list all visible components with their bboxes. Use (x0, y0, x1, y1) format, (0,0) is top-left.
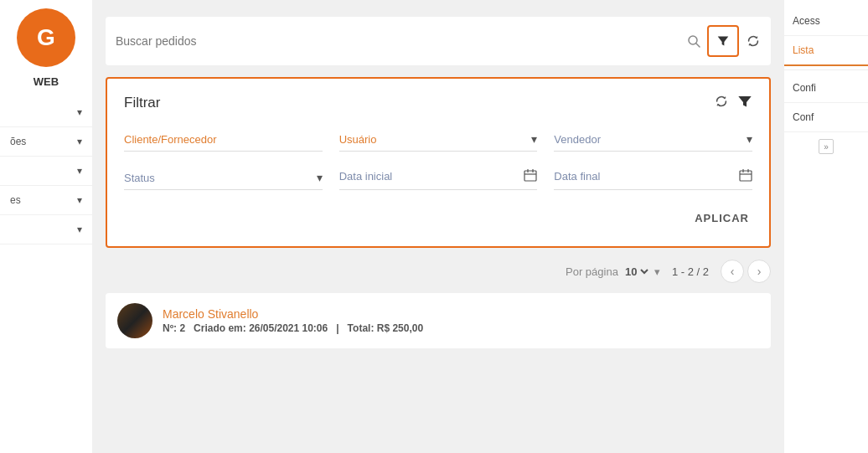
per-page-label: Por página (566, 265, 618, 278)
filter-header-actions (714, 94, 752, 112)
order-meta: Nº: 2 Criado em: 26/05/2021 10:06 | Tota… (163, 322, 423, 334)
chevron-down-icon: ▾ (77, 194, 82, 206)
filter-field-data-final[interactable]: Data final (554, 168, 752, 190)
data-inicial-calendar-icon[interactable] (524, 168, 537, 184)
svg-rect-6 (740, 171, 752, 181)
chevron-down-icon: ▾ (77, 136, 82, 147)
main-content: Filtrar (92, 0, 784, 453)
cliente-label: Cliente/Fornecedor (124, 133, 217, 146)
chevron-down-icon: ▾ (654, 265, 660, 278)
pagination-nav: ‹ › (721, 260, 771, 283)
svg-line-1 (696, 44, 700, 47)
usuario-dropdown-arrow[interactable]: ▾ (531, 132, 537, 146)
search-input[interactable] (116, 34, 680, 48)
right-sidebar-item-lista[interactable]: Lista (784, 36, 868, 66)
svg-rect-2 (524, 171, 536, 181)
filter-field-data-inicial[interactable]: Data inicial (339, 168, 538, 190)
data-inicial-label: Data inicial (339, 170, 393, 183)
per-page-container: Por página 10 25 50 ▾ (566, 265, 660, 279)
vendedor-label: Vendedor (554, 133, 601, 146)
right-sidebar-expand-button[interactable]: » (819, 139, 834, 154)
sidebar-item-3[interactable]: ▾ (0, 157, 92, 186)
status-label: Status (124, 172, 155, 184)
sidebar-item-4[interactable]: es ▾ (0, 186, 92, 215)
status-dropdown-arrow[interactable]: ▾ (317, 171, 323, 184)
sidebar-item-2[interactable]: ões ▾ (0, 127, 92, 157)
prev-page-button[interactable]: ‹ (721, 260, 744, 283)
right-sidebar-item-acess[interactable]: Acess (784, 7, 868, 36)
filter-header: Filtrar (124, 94, 752, 112)
filter-refresh-button[interactable] (714, 94, 729, 112)
filter-field-usuario[interactable]: Usuário ▾ (339, 132, 538, 152)
right-sidebar-item-confi[interactable]: Confi (784, 74, 868, 103)
filter-apply-row: APLICAR (124, 207, 752, 229)
right-sidebar-item-conf[interactable]: Conf (784, 103, 868, 132)
sidebar-logo[interactable]: G (17, 8, 75, 67)
filter-field-vendedor[interactable]: Vendedor ▾ (554, 132, 752, 152)
apply-button[interactable]: APLICAR (691, 207, 752, 229)
chevron-down-icon: ▾ (77, 165, 82, 177)
filter-toggle-button[interactable] (707, 25, 739, 57)
order-info: Marcelo Stivanello Nº: 2 Criado em: 26/0… (163, 307, 423, 334)
filter-title: Filtrar (124, 95, 160, 111)
left-sidebar: G WEB ▾ ões ▾ ▾ es ▾ ▾ (0, 0, 92, 453)
search-refresh-button[interactable] (746, 33, 761, 49)
filter-panel: Filtrar (106, 77, 771, 248)
sidebar-item-1[interactable]: ▾ (0, 98, 92, 127)
filter-field-cliente: Cliente/Fornecedor (124, 133, 323, 152)
filter-row-1: Cliente/Fornecedor Usuário ▾ Vendedor ▾ (124, 132, 752, 152)
order-avatar (117, 303, 152, 338)
right-sidebar: Acess Lista Confi Conf » (784, 0, 868, 453)
data-final-label: Data final (554, 170, 600, 183)
right-sidebar-separator (784, 69, 868, 70)
order-customer-name: Marcelo Stivanello (163, 307, 423, 321)
vendedor-dropdown-arrow[interactable]: ▾ (747, 132, 752, 146)
pagination-row: Por página 10 25 50 ▾ 1 - 2 / 2 ‹ › (106, 260, 771, 283)
pagination-range: 1 - 2 / 2 (672, 265, 709, 278)
data-final-calendar-icon[interactable] (739, 168, 752, 184)
usuario-label: Usuário (339, 133, 377, 146)
sidebar-item-5[interactable]: ▾ (0, 215, 92, 245)
sidebar-title: WEB (34, 75, 59, 88)
search-icon[interactable] (687, 34, 700, 48)
filter-row-2: Status ▾ Data inicial (124, 168, 752, 190)
order-item[interactable]: Marcelo Stivanello Nº: 2 Criado em: 26/0… (106, 293, 771, 348)
filter-apply-icon[interactable] (737, 94, 752, 112)
chevron-down-icon: ▾ (77, 224, 82, 235)
search-container (106, 17, 771, 65)
chevron-down-icon: ▾ (77, 106, 82, 118)
per-page-select[interactable]: 10 25 50 (622, 265, 651, 279)
filter-field-status[interactable]: Status ▾ (124, 171, 323, 190)
next-page-button[interactable]: › (747, 260, 771, 283)
